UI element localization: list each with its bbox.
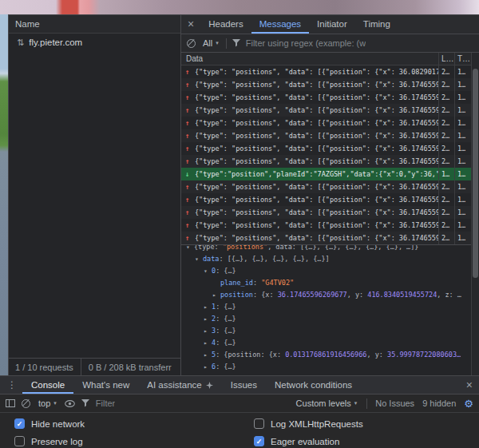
console-filter-input[interactable]: Filter: [96, 398, 115, 408]
drawer-menu-icon[interactable]: ⋮: [2, 376, 22, 394]
message-length: 2…: [439, 206, 455, 219]
live-expression-eye-icon[interactable]: [65, 400, 75, 407]
message-data-cell: ↑{"type": "positions", "data": [{"positi…: [181, 78, 439, 91]
js-context-selector[interactable]: top ▾: [37, 398, 58, 408]
log-levels-selector[interactable]: Custom levels ▾: [295, 398, 359, 408]
setting-preserve-log[interactable]: Preserve log: [14, 436, 254, 446]
data-column-header[interactable]: Data: [181, 53, 439, 65]
scrollbar-thumb[interactable]: [473, 69, 478, 278]
chevron-down-icon: ▾: [354, 400, 358, 406]
received-arrow-icon: ↓: [185, 170, 192, 178]
regex-filter-input[interactable]: Filter using regex (example: (w: [246, 38, 366, 48]
tree-row[interactable]: ▸2: {…}: [181, 313, 479, 325]
tree-segment: : {…}: [216, 267, 236, 275]
setting-label: Preserve log: [31, 437, 83, 446]
sent-arrow-icon: ↑: [185, 119, 192, 127]
expander-closed-icon[interactable]: ▸: [204, 337, 212, 349]
tab-messages[interactable]: Messages: [251, 15, 309, 34]
message-row[interactable]: ↑{"type": "positions", "data": [{"positi…: [181, 232, 479, 244]
tree-segment: position: [220, 291, 253, 299]
tab-issues[interactable]: Issues: [222, 376, 266, 394]
tree-row[interactable]: ▾data: [{…}, {…}, {…}, {…}, {…}]: [181, 253, 479, 265]
message-row[interactable]: ↓{"type":"position","planeId":"7AZGSH","…: [181, 168, 479, 180]
message-row[interactable]: ↑{"type": "positions", "data": [{"positi…: [181, 206, 479, 219]
tab-console[interactable]: Console: [22, 376, 73, 394]
message-row[interactable]: ↑{"type": "positions", "data": [{"positi…: [181, 180, 479, 193]
tab-initiator[interactable]: Initiator: [309, 15, 355, 34]
console-settings-gear-icon[interactable]: ⚙: [464, 398, 473, 409]
toolbar-divider: [366, 398, 367, 409]
tab-what-s-new[interactable]: What's new: [73, 376, 138, 394]
expander-closed-icon[interactable]: ▸: [204, 313, 212, 325]
setting-label: Hide network: [31, 419, 85, 429]
message-length: 2…: [439, 232, 455, 244]
tree-segment: : {…}: [216, 315, 236, 323]
expander-open-icon[interactable]: ▾: [195, 253, 203, 265]
message-length: 2…: [439, 180, 455, 193]
clear-console-icon[interactable]: [22, 399, 30, 408]
message-row[interactable]: ↑{"type": "positions", "data": [{"positi…: [181, 193, 479, 206]
tree-row[interactable]: ▾0: {…}: [181, 265, 479, 277]
sent-arrow-icon: ↑: [185, 132, 192, 140]
expander-closed-icon[interactable]: ▸: [212, 289, 220, 301]
network-name-column-header[interactable]: Name: [9, 15, 180, 34]
checkbox-checked[interactable]: ✓: [14, 418, 25, 429]
message-row[interactable]: ↑{"type": "positions", "data": [{"positi…: [181, 129, 479, 142]
expander-closed-icon[interactable]: ▸: [204, 361, 212, 373]
tree-row[interactable]: plane_id: "G4TV02": [181, 277, 479, 289]
tree-row[interactable]: ▸position: {x: 36.17465596269677, y: 416…: [181, 289, 479, 301]
tab-headers[interactable]: Headers: [200, 15, 251, 34]
sent-arrow-icon: ↑: [185, 93, 192, 101]
console-sidebar-icon[interactable]: [6, 399, 15, 407]
close-detail-icon[interactable]: ×: [181, 15, 200, 34]
network-summary-bar: 1 / 10 requests 0 B / 208 kB transferr: [9, 358, 180, 375]
tree-row[interactable]: ▸4: {…}: [181, 337, 479, 349]
setting-log-xmlhttprequests[interactable]: Log XMLHttpRequests: [254, 418, 479, 429]
expander-open-icon[interactable]: ▾: [204, 265, 212, 277]
issues-count[interactable]: No Issues: [375, 398, 414, 408]
tab-timing[interactable]: Timing: [355, 15, 398, 34]
tree-row[interactable]: ▸1: {…}: [181, 301, 479, 313]
message-length: 2…: [439, 142, 455, 155]
sent-arrow-icon: ↑: [185, 145, 192, 153]
hidden-messages-count[interactable]: 9 hidden: [422, 398, 456, 408]
clear-messages-icon[interactable]: [187, 39, 196, 48]
tree-segment: 35.99978722080603…: [387, 351, 461, 359]
message-row[interactable]: ↑{"type": "positions", "data": [{"positi…: [181, 65, 479, 78]
ai-spark-icon: [206, 382, 213, 389]
message-row[interactable]: ↑{"type": "positions", "data": [{"positi…: [181, 219, 479, 232]
checkbox-unchecked[interactable]: [254, 418, 264, 429]
checkbox-checked[interactable]: ✓: [254, 436, 264, 446]
message-text: {"type": "positions", "data": [{"positio…: [195, 106, 438, 114]
message-data-cell: ↑{"type": "positions", "data": [{"positi…: [181, 65, 439, 78]
vertical-scrollbar[interactable]: [471, 53, 479, 375]
expander-closed-icon[interactable]: ▸: [204, 301, 212, 313]
expander-closed-icon[interactable]: ▸: [204, 349, 212, 361]
tab-ai-assistance[interactable]: AI assistance: [138, 376, 221, 394]
message-row[interactable]: ↑{"type": "positions", "data": [{"positi…: [181, 104, 479, 117]
tree-segment: : [{…}, {…}, {…}, {…}, {…}]: [219, 255, 329, 263]
network-request-row[interactable]: ⇅ fly.pieter.com: [9, 34, 180, 51]
expander-open-icon[interactable]: ▾: [186, 244, 194, 253]
tree-row[interactable]: ▸6: {…}: [181, 361, 479, 373]
setting-label: Log XMLHttpRequests: [271, 419, 363, 429]
expander-closed-icon[interactable]: ▸: [204, 325, 212, 337]
tab-network-conditions[interactable]: Network conditions: [266, 376, 361, 394]
close-drawer-icon[interactable]: ×: [460, 376, 479, 394]
tree-row[interactable]: ▾{type: "positions", data: [{…}, {…}, {……: [181, 244, 479, 253]
message-preview-tree: ▾{type: "positions", data: [{…}, {…}, {……: [181, 244, 479, 375]
setting-hide-network[interactable]: ✓Hide network: [14, 418, 254, 429]
message-row[interactable]: ↑{"type": "positions", "data": [{"positi…: [181, 91, 479, 104]
setting-eager-evaluation[interactable]: ✓Eager evaluation: [254, 436, 479, 446]
checkbox-unchecked[interactable]: [14, 436, 25, 446]
message-type-filter-dropdown[interactable]: All ▾: [201, 38, 220, 48]
message-data-cell: ↑{"type": "positions", "data": [{"positi…: [181, 129, 439, 142]
tree-row[interactable]: ▸5: {position: {x: 0.013176861916456966,…: [181, 349, 479, 361]
message-row[interactable]: ↑{"type": "positions", "data": [{"positi…: [181, 78, 479, 91]
length-column-header[interactable]: L…: [439, 53, 455, 65]
message-row[interactable]: ↑{"type": "positions", "data": [{"positi…: [181, 155, 479, 168]
message-row[interactable]: ↑{"type": "positions", "data": [{"positi…: [181, 117, 479, 129]
sent-arrow-icon: ↑: [185, 183, 192, 191]
tree-row[interactable]: ▸3: {…}: [181, 325, 479, 337]
message-row[interactable]: ↑{"type": "positions", "data": [{"positi…: [181, 142, 479, 155]
